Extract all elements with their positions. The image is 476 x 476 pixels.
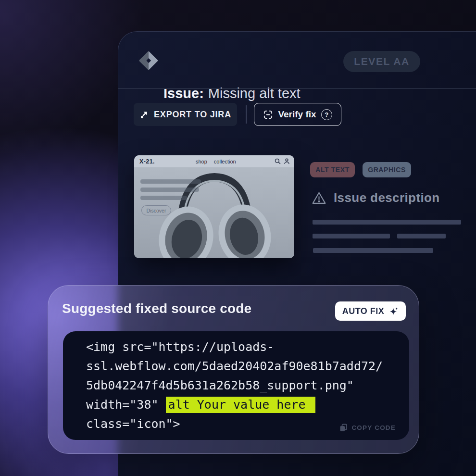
jira-icon: [139, 110, 149, 119]
description-skeleton-line: [397, 234, 446, 238]
code-line-5: class="icon">: [86, 417, 180, 431]
verify-fix-button[interactable]: Verify fix ?: [254, 103, 341, 126]
issue-description-label: Issue description: [334, 190, 440, 205]
suggested-fix-card: Suggested fixed source code AUTO FIX <im…: [48, 285, 419, 454]
issue-title-prefix: Issue:: [163, 86, 204, 101]
code-text: <img src="https://uploads- ssl.webflow.c…: [86, 338, 383, 434]
verify-fix-label: Verify fix: [278, 109, 316, 120]
discover-button[interactable]: Discover: [141, 205, 171, 215]
description-skeleton-line: [313, 220, 461, 225]
copy-icon: [339, 424, 348, 432]
copy-code-button[interactable]: COPY CODE: [339, 424, 396, 432]
site-logo: X-21.: [139, 158, 155, 165]
auto-fix-label: AUTO FIX: [342, 306, 385, 316]
tag-alt-text: ALT TEXT: [310, 162, 355, 177]
preview-skeleton-line: [140, 179, 201, 184]
code-line-3: 5db042247f4d5b631a262b58_support.png": [86, 378, 354, 392]
help-icon[interactable]: ?: [321, 109, 332, 120]
site-nav-shop[interactable]: shop: [196, 159, 207, 164]
toolbar-separator: [246, 105, 247, 124]
tag-graphics: GRAPHICS: [363, 162, 411, 177]
description-skeleton-line: [313, 234, 390, 238]
search-icon[interactable]: [275, 158, 281, 164]
warning-icon: [312, 191, 326, 205]
diamond-logo-icon: [139, 51, 158, 70]
alt-attribute-highlight: alt Your value here: [166, 397, 315, 413]
description-skeleton-line: [313, 248, 433, 253]
verify-scan-icon: [263, 110, 273, 120]
site-preview-topbar: X-21. shop collection: [134, 155, 294, 167]
issue-description-heading: Issue description: [312, 190, 440, 205]
header-divider: [118, 88, 476, 89]
site-topbar-icons: [275, 155, 290, 167]
level-aa-badge: LEVEL AA: [343, 51, 420, 72]
sparkle-icon: [388, 306, 399, 316]
site-nav: shop collection: [196, 155, 236, 167]
export-to-jira-label: EXPORT TO JIRA: [154, 110, 231, 120]
issue-title-text: Missing alt text: [208, 86, 301, 101]
preview-skeleton-line: [140, 196, 187, 200]
code-line-2: ssl.webflow.com/5daed20402af90e81b7add72…: [86, 359, 383, 373]
page-title: Issue:Missing alt text: [163, 86, 301, 101]
auto-fix-button[interactable]: AUTO FIX: [335, 301, 406, 321]
code-block: <img src="https://uploads- ssl.webflow.c…: [63, 331, 409, 440]
site-nav-collection[interactable]: collection: [214, 159, 236, 164]
code-line-4-prefix: width="38": [86, 398, 166, 412]
user-icon[interactable]: [284, 158, 290, 164]
preview-skeleton-line: [140, 188, 199, 192]
code-line-1: <img src="https://uploads-: [86, 340, 274, 354]
copy-code-label: COPY CODE: [351, 424, 396, 431]
site-preview-body: Discover: [134, 167, 294, 258]
screenshot-stage: Issue:Missing alt text LEVEL AA EXPORT T…: [0, 0, 476, 476]
export-to-jira-button[interactable]: EXPORT TO JIRA: [134, 103, 237, 126]
fix-card-title: Suggested fixed source code: [62, 301, 251, 316]
site-preview-card: X-21. shop collection: [134, 155, 294, 258]
